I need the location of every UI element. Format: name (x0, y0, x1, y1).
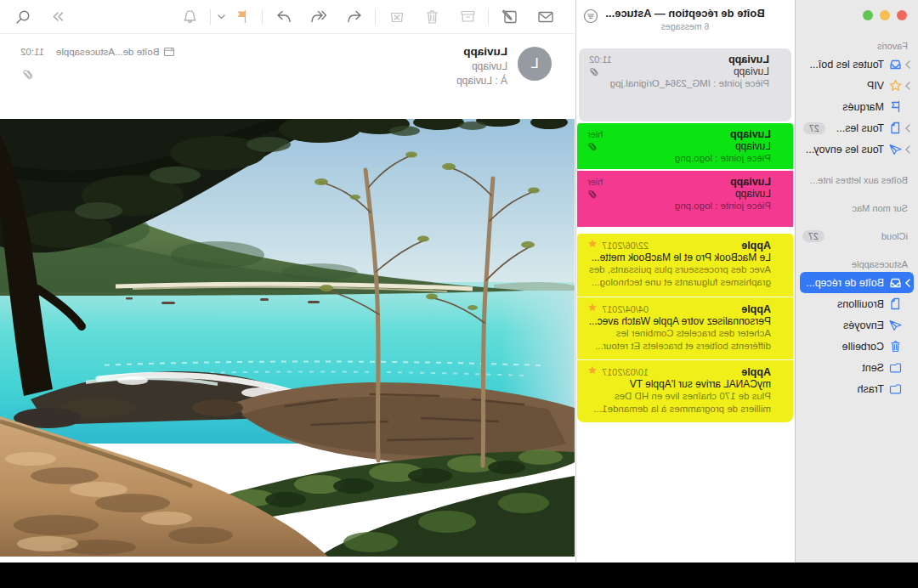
envelope-icon (537, 10, 554, 24)
message-date: 11:02 (589, 54, 612, 65)
paper-plane-icon (888, 144, 903, 155)
sidebar-item-corbeille[interactable]: Corbeille (800, 336, 914, 357)
sidebar-section-favoris: Favoris (796, 37, 918, 54)
message-count: 6 messages (576, 20, 794, 31)
message-list: Boîte de réception — Astuce... 6 message… (575, 0, 794, 563)
message-header: L Luviapp Luviapp À : Luviapp Boîte de..… (0, 34, 575, 109)
reply-arrow-icon (348, 9, 364, 24)
sidebar-section-astucesapple: Astucesapple (796, 256, 918, 272)
forward-arrow-icon (276, 9, 292, 24)
message-preview: Pièce jointe : logo.png (587, 200, 771, 212)
trash-icon (426, 9, 440, 25)
message-time: 11:02 (20, 47, 44, 57)
sidebar-item-vip[interactable]: VIP (800, 75, 914, 96)
folder-icon (888, 383, 903, 394)
archive-button[interactable] (457, 7, 479, 27)
trash-icon (888, 340, 903, 353)
vip-star-icon (888, 79, 903, 92)
search-icon (15, 9, 31, 25)
mute-button[interactable] (179, 7, 201, 27)
double-chevron-button[interactable] (48, 7, 70, 27)
message-subject: Luviapp (603, 140, 771, 152)
sidebar-item-tous-les-envoyes[interactable]: Tous les envoy... (800, 139, 914, 160)
chevron-right-icon (904, 279, 911, 287)
toolbar-separator (375, 9, 376, 25)
star-flag-icon (587, 302, 598, 313)
flag-dropdown-chevron[interactable] (216, 7, 228, 27)
mailbox-folder-icon (163, 47, 175, 57)
sidebar-item-label: Toutes les boî... (803, 59, 884, 71)
sidebar-item-brouillons[interactable]: Brouillons (800, 293, 914, 314)
message-list-item[interactable]: Luviapphier Luviapp Pièce jointe : logo.… (577, 171, 793, 227)
toolbar-separator (488, 9, 489, 25)
toolbar (0, 0, 575, 34)
beach-photo-attachment[interactable] (0, 119, 575, 557)
message-preview: Pièce jointe : logo.png (587, 152, 771, 165)
reply-all-arrow-icon (311, 9, 329, 24)
zoom-button[interactable] (863, 10, 873, 20)
message-sender: Luviapp (617, 54, 769, 65)
message-sender: Apple (654, 240, 771, 252)
message-date: 22/06/2017 (602, 240, 649, 251)
message-subject: Luviapp (603, 188, 771, 200)
reply-button[interactable] (344, 7, 366, 27)
toolbar-separator (210, 9, 211, 25)
star-flag-icon (587, 365, 598, 376)
message-list-item[interactable]: Luviapphier Luviapp Pièce jointe : logo.… (577, 123, 793, 169)
traffic-lights (863, 10, 907, 20)
delete-button[interactable] (422, 7, 444, 27)
inbox-tray-icon (888, 59, 903, 71)
compose-button[interactable] (499, 7, 521, 27)
message-subject: myCANAL arrive sur l'Apple TV (587, 378, 771, 390)
inbox-tray-icon (888, 277, 903, 289)
sidebar-section-icloud[interactable]: iCloud 27 (796, 228, 918, 244)
reply-all-button[interactable] (309, 7, 331, 27)
message-header-sender: Luviapp (456, 45, 507, 58)
chevron-right-icon (904, 60, 911, 69)
chevron-right-icon (904, 82, 911, 90)
search-button[interactable] (12, 7, 34, 27)
screen: Favoris Toutes les boî... VIP Marqués To… (0, 0, 918, 588)
flag-icon (888, 100, 903, 113)
message-list-header: Boîte de réception — Astuce... 6 message… (576, 0, 794, 48)
message-date: 10/03/2017 (602, 367, 649, 377)
message-subject: Luviapp (604, 65, 769, 77)
junk-button[interactable] (386, 7, 408, 27)
sidebar-item-sent[interactable]: Sent (800, 357, 914, 378)
sidebar-item-tous-les[interactable]: Tous les... 27 (800, 117, 914, 139)
filter-button[interactable] (583, 8, 598, 24)
close-button[interactable] (897, 10, 907, 20)
minimize-button[interactable] (880, 10, 890, 20)
message-list-item[interactable]: Apple22/06/2017 Le MacBook Pro et le Mac… (577, 234, 793, 297)
message-list-item[interactable]: Luviapp11:02 Luviapp Pièce jointe : IMG_… (579, 48, 791, 122)
mail-window: Favoris Toutes les boî... VIP Marqués To… (0, 0, 918, 563)
paperclip-icon (22, 68, 34, 81)
sidebar-section-sur-mon-mac: Sur mon Mac (796, 200, 918, 216)
unread-count-badge: 27 (803, 122, 825, 134)
chevron-down-icon (218, 14, 226, 20)
chevron-right-icon (904, 124, 911, 133)
sidebar-item-label: Envoyés (803, 319, 884, 331)
message-date: hier (587, 129, 603, 139)
message-date: 04/04/2017 (602, 304, 649, 314)
sidebar-item-label: Trash (803, 383, 884, 395)
sidebar-item-label: Boîte de récep... (803, 277, 884, 289)
message-list-item[interactable]: Apple04/04/2017 Personnalisez votre Appl… (577, 297, 793, 359)
sidebar-item-toutes-les-boites[interactable]: Toutes les boî... (800, 54, 914, 75)
sidebar-item-boite-de-reception[interactable]: Boîte de récep... (800, 272, 914, 293)
sidebar-item-envoyes[interactable]: Envoyés (800, 314, 914, 336)
get-mail-button[interactable] (535, 7, 557, 27)
message-list-item[interactable]: Apple10/03/2017 myCANAL arrive sur l'App… (577, 359, 793, 422)
message-date: hier (587, 177, 603, 187)
folder-icon (888, 362, 903, 373)
sidebar-item-trash[interactable]: Trash (800, 378, 914, 399)
archive-box-icon (461, 9, 477, 24)
filter-circle-icon (583, 8, 598, 24)
paper-plane-icon (888, 319, 903, 331)
mailbox-sidebar: Favoris Toutes les boî... VIP Marqués To… (795, 0, 918, 563)
compose-icon (502, 8, 518, 25)
sidebar-item-marques[interactable]: Marqués (800, 96, 914, 117)
flag-button[interactable] (231, 7, 253, 27)
reading-pane: L Luviapp Luviapp À : Luviapp Boîte de..… (0, 0, 575, 563)
forward-button[interactable] (273, 7, 295, 27)
